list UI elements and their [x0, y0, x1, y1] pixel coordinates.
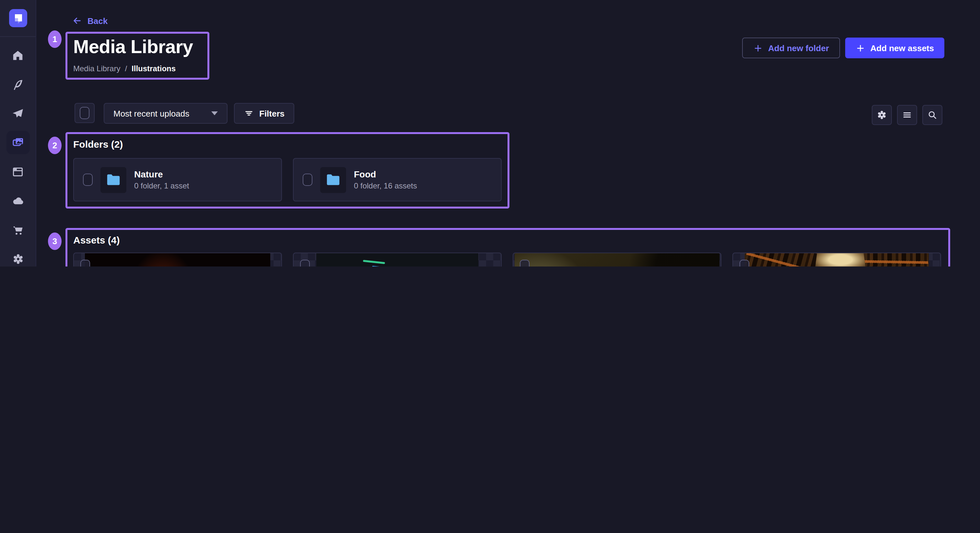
assets-heading: Assets (4) — [73, 235, 119, 246]
select-all-checkbox[interactable] — [80, 107, 89, 119]
plus-icon — [753, 43, 763, 53]
feather-icon[interactable] — [6, 73, 30, 96]
cart-icon[interactable] — [6, 218, 30, 241]
folder-name: Nature — [134, 169, 189, 179]
sidebar-divider — [0, 36, 36, 37]
paper-plane-icon[interactable] — [6, 102, 30, 125]
media-library-page: KD Back Add new folder Add new assets 1 … — [0, 0, 980, 266]
strapi-logo[interactable] — [9, 9, 27, 27]
folder-checkbox[interactable] — [83, 174, 93, 186]
select-all-tile[interactable] — [75, 103, 95, 123]
asset-thumbnail — [294, 253, 501, 266]
folder-icon — [106, 174, 121, 186]
asset-card[interactable]: this-shrimp-is-awesome JPEG - 1200X630 I… — [513, 252, 721, 266]
annotation-badge-3: 3 — [48, 233, 62, 250]
gear-icon[interactable] — [6, 247, 30, 266]
sidebar-nav — [0, 43, 36, 266]
sort-dropdown[interactable]: Most recent uploads — [104, 103, 228, 124]
folder-card-food[interactable]: Food 0 folder, 16 assets — [293, 158, 502, 201]
folder-checkbox[interactable] — [303, 174, 312, 186]
mantis-shrimp-image — [515, 253, 719, 266]
breadcrumb: Media Library / Illustrations — [73, 64, 176, 73]
folder-meta: 0 folder, 1 asset — [134, 181, 189, 190]
laptop-code-image — [316, 253, 478, 266]
page-title: Media Library — [73, 36, 193, 58]
folder-icon — [326, 174, 340, 186]
arrow-left-icon — [72, 16, 82, 26]
asset-card[interactable]: what-s-inside-a-black-hole JPEG - 800X46… — [73, 252, 282, 266]
folder-tile — [100, 167, 126, 193]
gear-icon — [876, 109, 887, 121]
folders-heading: Folders (2) — [73, 139, 123, 150]
back-label: Back — [88, 16, 108, 25]
cloud-icon[interactable] — [6, 189, 30, 213]
back-link[interactable]: Back — [72, 16, 108, 26]
asset-card[interactable]: the-internet-s-own-boy JPEG - 1200X707 I… — [732, 252, 941, 266]
folder-name: Food — [354, 169, 417, 179]
asset-thumbnail — [733, 253, 940, 266]
annotation-badge-1: 1 — [48, 30, 62, 48]
list-view-tile[interactable] — [897, 105, 917, 125]
breadcrumb-separator: / — [125, 64, 127, 73]
chevron-down-icon — [211, 111, 218, 115]
asset-thumbnail — [513, 253, 721, 266]
search-tile[interactable] — [922, 105, 942, 125]
list-icon — [902, 109, 913, 121]
breadcrumb-current: Illustrations — [132, 64, 176, 73]
add-new-assets-button[interactable]: Add new assets — [845, 38, 944, 58]
folder-meta: 0 folder, 16 assets — [354, 181, 417, 190]
sidebar: KD — [0, 0, 36, 266]
asset-checkbox[interactable] — [520, 260, 530, 266]
asset-card[interactable]: a-bug-is-becoming-a-meme-on-the-internet… — [293, 252, 502, 266]
asset-checkbox[interactable] — [740, 260, 749, 266]
black-hole-image — [85, 253, 270, 266]
asset-checkbox[interactable] — [80, 260, 90, 266]
breadcrumb-parent[interactable]: Media Library — [73, 64, 120, 73]
filter-icon — [244, 108, 254, 119]
layout-icon[interactable] — [6, 160, 30, 183]
search-icon — [927, 109, 938, 121]
library-portrait-image — [745, 253, 929, 266]
folder-tile — [320, 167, 346, 193]
home-icon[interactable] — [6, 43, 30, 67]
plus-icon — [855, 43, 865, 53]
asset-checkbox[interactable] — [300, 260, 310, 266]
annotation-badge-2: 2 — [48, 136, 62, 154]
settings-tile[interactable] — [872, 105, 892, 125]
folder-card-nature[interactable]: Nature 0 folder, 1 asset — [73, 158, 282, 201]
media-library-icon[interactable] — [6, 131, 30, 154]
add-new-folder-button[interactable]: Add new folder — [742, 38, 840, 58]
asset-thumbnail — [74, 253, 281, 266]
filters-button[interactable]: Filters — [234, 103, 294, 124]
